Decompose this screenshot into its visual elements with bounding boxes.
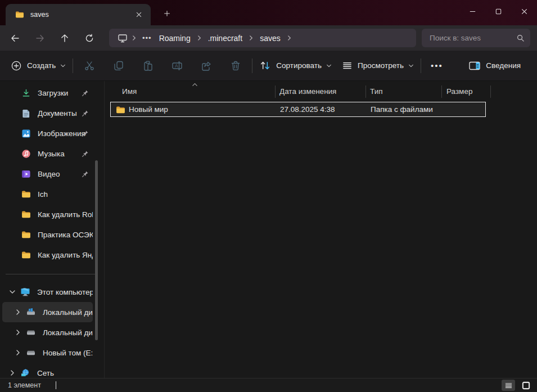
cut-button[interactable] bbox=[75, 55, 104, 76]
sidebar-item-pictures[interactable]: Изображения bbox=[2, 123, 93, 143]
search-input[interactable] bbox=[430, 34, 516, 42]
pin-icon bbox=[82, 110, 89, 117]
sidebar-item-new-volume-e[interactable]: Новый том (E:) bbox=[2, 343, 93, 363]
minimize-button[interactable] bbox=[459, 0, 485, 22]
delete-button[interactable] bbox=[221, 55, 250, 76]
breadcrumb-saves[interactable]: saves bbox=[256, 32, 285, 44]
sidebar-item-kak-udalit-yand[interactable]: Как удалить Янд bbox=[2, 245, 93, 265]
sort-arrows-icon bbox=[259, 60, 271, 71]
tab-close-icon[interactable] bbox=[132, 7, 146, 22]
share-icon bbox=[201, 60, 212, 71]
items-count: 1 элемент bbox=[8, 381, 41, 389]
navigation-pane: Загрузки Документы Изображения Музыка Ви bbox=[0, 81, 104, 378]
column-header-type[interactable]: Тип bbox=[370, 87, 383, 96]
breadcrumb-overflow[interactable]: ••• bbox=[139, 34, 155, 42]
chevron-right-icon[interactable] bbox=[285, 35, 294, 41]
folder-icon bbox=[116, 105, 125, 115]
search-icon bbox=[516, 34, 525, 42]
sidebar-item-network[interactable]: Сеть bbox=[2, 363, 93, 378]
more-options-button[interactable]: ••• bbox=[423, 61, 451, 70]
sidebar-item-documents[interactable]: Документы bbox=[2, 103, 93, 123]
chevron-right-icon[interactable] bbox=[15, 329, 21, 336]
address-bar[interactable]: ••• Roaming .minecraft saves bbox=[109, 29, 416, 47]
rename-button[interactable] bbox=[163, 55, 192, 76]
status-bar: 1 элемент bbox=[0, 378, 537, 392]
column-resize-handle[interactable] bbox=[490, 85, 491, 98]
sort-button[interactable]: Сортировать bbox=[254, 56, 337, 75]
sidebar-item-ich[interactable]: Ich bbox=[2, 184, 93, 204]
sidebar-item-label: Как удалить Янд bbox=[38, 251, 93, 259]
view-toggles bbox=[502, 380, 533, 391]
column-header-name[interactable]: Имя bbox=[122, 87, 137, 96]
column-header-date[interactable]: Дата изменения bbox=[279, 87, 336, 96]
search-box[interactable] bbox=[422, 29, 530, 47]
up-button[interactable] bbox=[55, 29, 74, 48]
maximize-button[interactable] bbox=[485, 0, 511, 22]
videos-icon bbox=[21, 169, 31, 179]
this-pc-icon[interactable] bbox=[116, 33, 129, 43]
view-button[interactable]: Просмотреть bbox=[337, 56, 419, 75]
chevron-right-icon[interactable] bbox=[129, 35, 139, 41]
file-name: Новый мир bbox=[129, 105, 168, 114]
column-resize-handle[interactable] bbox=[441, 85, 442, 98]
sidebar-item-kak-udalit-rob[interactable]: Как удалить Rob bbox=[2, 204, 93, 224]
column-resize-handle[interactable] bbox=[275, 85, 276, 98]
details-panel-icon bbox=[468, 60, 481, 71]
chevron-right-icon[interactable] bbox=[15, 349, 21, 356]
sidebar-item-praktika-osek[interactable]: Практика ОСЭК bbox=[2, 224, 93, 245]
sidebar-item-local-disk-c[interactable]: Локальный дис bbox=[2, 302, 93, 322]
chevron-right-icon[interactable] bbox=[15, 309, 21, 316]
refresh-button[interactable] bbox=[80, 29, 99, 48]
new-button-label: Создать bbox=[27, 61, 56, 70]
view-button-label: Просмотреть bbox=[358, 61, 404, 70]
back-button[interactable] bbox=[6, 29, 25, 48]
close-button[interactable] bbox=[511, 0, 537, 22]
forward-button[interactable] bbox=[30, 29, 49, 48]
chevron-down-icon bbox=[60, 63, 66, 69]
title-bar: saves bbox=[0, 0, 537, 25]
large-icons-view-button[interactable] bbox=[519, 380, 533, 391]
tab-saves[interactable]: saves bbox=[6, 4, 151, 25]
folder-icon bbox=[15, 10, 24, 19]
pin-icon bbox=[82, 89, 89, 97]
this-pc-icon bbox=[20, 287, 30, 297]
pin-icon bbox=[82, 130, 89, 137]
file-list-area: Имя Дата изменения Тип Размер Новый мир … bbox=[105, 81, 537, 378]
chevron-down-icon bbox=[408, 63, 414, 69]
details-view-button[interactable] bbox=[502, 380, 515, 391]
pin-icon bbox=[82, 150, 89, 157]
details-button-label: Сведения bbox=[486, 61, 521, 70]
sidebar-separator bbox=[6, 274, 97, 274]
sidebar-item-label: Как удалить Rob bbox=[38, 210, 93, 219]
copy-button[interactable] bbox=[104, 55, 133, 76]
breadcrumb-roaming[interactable]: Roaming bbox=[155, 32, 195, 44]
sidebar-item-label: Практика ОСЭК bbox=[38, 231, 93, 239]
chevron-right-icon[interactable] bbox=[195, 35, 204, 41]
details-button[interactable]: Сведения bbox=[463, 56, 529, 75]
drive-icon bbox=[26, 327, 36, 337]
chevron-down-icon[interactable] bbox=[9, 289, 16, 295]
sidebar-item-music[interactable]: Музыка bbox=[2, 143, 93, 164]
file-row-novyy-mir[interactable]: Новый мир 27.08.2025 4:38 Папка с файлам… bbox=[110, 102, 486, 117]
new-button[interactable]: Создать bbox=[6, 56, 71, 75]
column-header-size[interactable]: Размер bbox=[446, 87, 472, 96]
paste-button[interactable] bbox=[133, 55, 163, 76]
file-date-modified: 27.08.2025 4:38 bbox=[280, 105, 335, 114]
folder-icon bbox=[21, 250, 31, 260]
sidebar-item-local-disk-d[interactable]: Локальный дис bbox=[2, 322, 93, 343]
system-drive-icon bbox=[26, 307, 36, 317]
sidebar-scrollbar[interactable] bbox=[95, 160, 98, 340]
sidebar-item-videos[interactable]: Видео bbox=[2, 164, 93, 184]
toolbar-divider bbox=[252, 58, 252, 73]
chevron-right-icon[interactable] bbox=[9, 370, 16, 376]
folder-icon bbox=[21, 190, 31, 199]
column-resize-handle[interactable] bbox=[365, 85, 366, 98]
breadcrumb-minecraft[interactable]: .minecraft bbox=[204, 32, 246, 44]
sidebar-item-downloads[interactable]: Загрузки bbox=[2, 83, 93, 103]
chevron-right-icon[interactable] bbox=[246, 35, 256, 41]
sidebar-item-label: Новый том (E:) bbox=[43, 349, 93, 357]
share-button[interactable] bbox=[192, 55, 221, 76]
documents-icon bbox=[21, 109, 31, 118]
sidebar-item-this-pc[interactable]: Этот компьютер bbox=[2, 282, 93, 302]
new-tab-button[interactable] bbox=[160, 6, 174, 21]
